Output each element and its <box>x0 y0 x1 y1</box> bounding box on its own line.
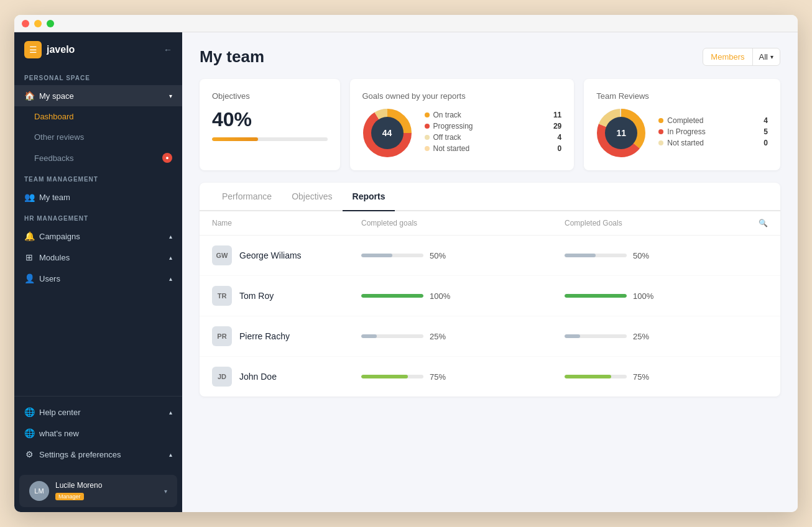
on-track-dot <box>425 112 430 117</box>
legend-in-progress: In Progress 5 <box>658 127 768 136</box>
sidebar-item-feedbacks[interactable]: Feedbacks ● <box>14 147 182 168</box>
row-track-left-tr <box>361 294 423 298</box>
close-button[interactable] <box>22 20 29 27</box>
row-avatar-tr: TR <box>212 286 232 306</box>
sidebar-item-my-team[interactable]: 👥 My team <box>14 186 182 208</box>
logo[interactable]: ☰ javelo <box>24 41 75 58</box>
sidebar-item-dashboard[interactable]: Dashboard <box>14 106 182 127</box>
dashboard-label: Dashboard <box>34 112 74 121</box>
sidebar-item-modules[interactable]: ⊞ Modules ▴ <box>14 247 182 268</box>
sidebar-item-whats-new[interactable]: 🌐 what's new <box>14 423 182 444</box>
table-row: TR Tom Roy 100% 100% <box>200 276 780 316</box>
legend-on-track: On track 11 <box>425 111 562 119</box>
feedbacks-badge: ● <box>162 153 172 163</box>
search-icon[interactable]: 🔍 <box>759 219 768 227</box>
legend-reviews-not-started: Not started 0 <box>658 139 768 147</box>
reviews-legend: Completed 4 In Progress 5 Not started <box>658 116 768 150</box>
team-management-label: TEAM MANAGEMENT <box>14 168 182 186</box>
maximize-button[interactable] <box>47 20 54 27</box>
main-content: My team Members All ▾ Objectives 40% <box>182 32 798 512</box>
table-row: PR Pierre Rachy 25% 25% <box>200 316 780 357</box>
legend-not-started: Not started 0 <box>425 144 562 153</box>
tab-performance[interactable]: Performance <box>212 183 282 210</box>
user-card[interactable]: LM Lucile Moreno Manager ▾ <box>19 475 177 507</box>
row-pct-right-tr: 100% <box>633 291 657 301</box>
sidebar-item-campaigns[interactable]: 🔔 Campaigns ▴ <box>14 226 182 247</box>
sidebar-item-settings[interactable]: ⚙ Settings & preferences ▴ <box>14 444 182 465</box>
goals-legend: On track 11 Progressing 29 Off track <box>425 111 562 155</box>
team-reviews-card: Team Reviews <box>584 79 780 170</box>
row-name-tr: Tom Roy <box>239 291 361 301</box>
tab-reports[interactable]: Reports <box>343 183 395 210</box>
minimize-button[interactable] <box>34 20 42 27</box>
app-window: ☰ javelo ← PERSONAL SPACE 🏠 My space ▾ D… <box>14 15 798 512</box>
help-center-label: Help center <box>39 408 80 417</box>
sidebar-item-my-space[interactable]: 🏠 My space ▾ <box>14 85 182 106</box>
whats-new-icon: 🌐 <box>24 428 34 438</box>
row-bar-left-pr: 25% <box>361 332 565 341</box>
row-track-right-pr <box>565 334 627 338</box>
in-progress-dot <box>658 129 663 134</box>
settings-label: Settings & preferences <box>39 450 121 459</box>
objectives-card: Objectives 40% <box>200 79 340 170</box>
row-fill-right-jd <box>565 375 611 378</box>
not-started-dot <box>425 146 430 151</box>
col-completed-goals-left-header: Completed goals <box>361 219 565 227</box>
stats-row: Objectives 40% Goals owned by your repor… <box>200 79 780 170</box>
sidebar-item-help-center[interactable]: 🌐 Help center ▴ <box>14 401 182 423</box>
reviews-donut-label: 11 <box>617 128 627 138</box>
team-reviews-title: Team Reviews <box>596 91 768 101</box>
col-name-header: Name <box>212 219 361 227</box>
row-fill-right-tr <box>565 294 627 298</box>
user-role-badge: Manager <box>55 493 84 500</box>
row-name-pr: Pierre Rachy <box>239 331 361 341</box>
users-chevron: ▴ <box>169 275 172 282</box>
row-pct-right-jd: 75% <box>633 372 657 382</box>
tab-objectives[interactable]: Objectives <box>282 183 342 210</box>
members-filter[interactable]: Members All ▾ <box>703 48 780 66</box>
members-value[interactable]: All ▾ <box>753 48 780 65</box>
legend-progressing: Progressing 29 <box>425 122 562 131</box>
row-name-gw: George Wiliams <box>239 250 361 260</box>
campaigns-label: Campaigns <box>39 232 80 241</box>
modules-icon: ⊞ <box>24 252 34 262</box>
user-name: Lucile Moreno <box>55 481 158 490</box>
reviews-not-started-dot <box>658 140 663 145</box>
sidebar-collapse-button[interactable]: ← <box>164 45 172 55</box>
logo-text: javelo <box>47 44 75 55</box>
row-bar-left-tr: 100% <box>361 291 565 301</box>
table-section: Performance Objectives Reports Name Comp… <box>200 183 780 396</box>
col-completed-goals-right-header: Completed Goals 🔍 <box>565 219 768 227</box>
sidebar-item-users[interactable]: 👤 Users ▴ <box>14 268 182 289</box>
row-pct-left-jd: 75% <box>430 372 453 382</box>
row-track-left-pr <box>361 334 423 338</box>
tabs-row: Performance Objectives Reports <box>200 183 780 211</box>
row-track-right-jd <box>565 375 627 378</box>
settings-icon: ⚙ <box>24 449 34 459</box>
goals-donut: 44 <box>362 108 412 158</box>
row-bar-left-jd: 75% <box>361 372 565 382</box>
help-center-icon: 🌐 <box>24 407 34 417</box>
my-space-chevron: ▾ <box>169 93 172 99</box>
completed-dot <box>658 118 663 123</box>
home-icon: 🏠 <box>24 91 34 101</box>
row-pct-left-gw: 50% <box>430 251 453 260</box>
table-row: JD John Doe 75% 75% <box>200 357 780 396</box>
modules-chevron: ▴ <box>169 254 172 261</box>
row-track-left-jd <box>361 375 423 378</box>
row-fill-right-pr <box>565 334 580 338</box>
legend-completed: Completed 4 <box>658 116 768 125</box>
row-bar-right-gw: 50% <box>565 251 768 260</box>
personal-space-label: PERSONAL SPACE <box>14 67 182 85</box>
row-bar-right-tr: 100% <box>565 291 768 301</box>
reviews-donut: 11 <box>596 108 646 158</box>
row-name-jd: John Doe <box>239 372 361 382</box>
row-fill-left-jd <box>361 375 408 378</box>
legend-off-track: Off track 4 <box>425 133 562 142</box>
my-team-label: My team <box>39 193 70 202</box>
modules-label: Modules <box>39 253 70 262</box>
sidebar-item-other-reviews[interactable]: Other reviews <box>14 127 182 147</box>
hr-management-label: HR MANAGEMENT <box>14 208 182 226</box>
members-label: Members <box>703 48 752 65</box>
avatar-initials: LM <box>29 481 49 501</box>
